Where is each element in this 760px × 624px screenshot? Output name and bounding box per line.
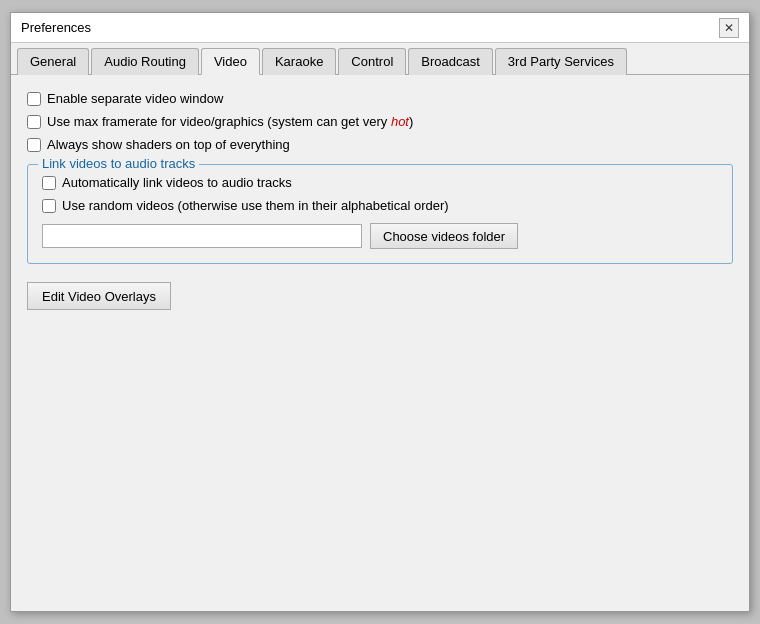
max-framerate-hot: hot <box>391 114 409 129</box>
tab-audio-routing[interactable]: Audio Routing <box>91 48 199 75</box>
max-framerate-row: Use max framerate for video/graphics (sy… <box>27 114 733 129</box>
content-area: Enable separate video window Use max fra… <box>11 75 749 611</box>
shaders-label: Always show shaders on top of everything <box>47 137 290 152</box>
shaders-checkbox[interactable] <box>27 138 41 152</box>
tab-general[interactable]: General <box>17 48 89 75</box>
folder-path-input[interactable] <box>42 224 362 248</box>
separate-window-row: Enable separate video window <box>27 91 733 106</box>
auto-link-label: Automatically link videos to audio track… <box>62 175 292 190</box>
tab-karaoke[interactable]: Karaoke <box>262 48 336 75</box>
preferences-window: Preferences ✕ General Audio Routing Vide… <box>10 12 750 612</box>
group-legend: Link videos to audio tracks <box>38 156 199 171</box>
shaders-row: Always show shaders on top of everything <box>27 137 733 152</box>
folder-row: Choose videos folder <box>42 223 718 249</box>
tab-broadcast[interactable]: Broadcast <box>408 48 493 75</box>
tab-control[interactable]: Control <box>338 48 406 75</box>
tab-bar: General Audio Routing Video Karaoke Cont… <box>11 43 749 75</box>
tab-3rd-party[interactable]: 3rd Party Services <box>495 48 627 75</box>
random-videos-checkbox[interactable] <box>42 199 56 213</box>
random-videos-label: Use random videos (otherwise use them in… <box>62 198 449 213</box>
close-button[interactable]: ✕ <box>719 18 739 38</box>
auto-link-checkbox[interactable] <box>42 176 56 190</box>
max-framerate-checkbox[interactable] <box>27 115 41 129</box>
edit-video-overlays-button[interactable]: Edit Video Overlays <box>27 282 171 310</box>
max-framerate-label: Use max framerate for video/graphics (sy… <box>47 114 413 129</box>
random-videos-row: Use random videos (otherwise use them in… <box>42 198 718 213</box>
title-bar: Preferences ✕ <box>11 13 749 43</box>
separate-window-checkbox[interactable] <box>27 92 41 106</box>
link-videos-group: Link videos to audio tracks Automaticall… <box>27 164 733 264</box>
tab-video[interactable]: Video <box>201 48 260 75</box>
choose-folder-button[interactable]: Choose videos folder <box>370 223 518 249</box>
window-title: Preferences <box>21 20 91 35</box>
auto-link-row: Automatically link videos to audio track… <box>42 175 718 190</box>
max-framerate-text-before: Use max framerate for video/graphics (sy… <box>47 114 391 129</box>
max-framerate-text-after: ) <box>409 114 413 129</box>
separate-window-label: Enable separate video window <box>47 91 223 106</box>
